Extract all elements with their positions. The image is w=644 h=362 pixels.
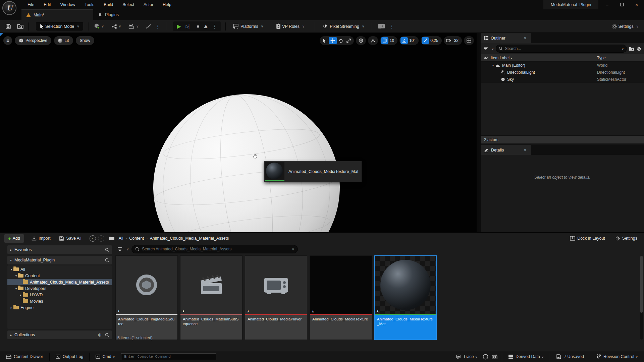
outliner-row-main-editor[interactable]: ▾ Main (Editor) World bbox=[481, 62, 644, 69]
search-icon[interactable] bbox=[105, 248, 109, 252]
rotation-snap-toggle[interactable] bbox=[400, 37, 408, 44]
visibility-eye-icon[interactable] bbox=[481, 56, 491, 59]
add-actor-dropdown[interactable]: ∨ bbox=[92, 21, 106, 31]
derived-data-dropdown[interactable]: Derived Data ∨ bbox=[505, 351, 547, 362]
tab-details[interactable]: Details × bbox=[481, 145, 531, 155]
outliner-row-sky[interactable]: Sky StaticMeshActor bbox=[481, 76, 644, 83]
minimize-button[interactable]: – bbox=[600, 0, 614, 9]
tab-main-level[interactable]: Main* bbox=[21, 9, 93, 20]
search-icon[interactable] bbox=[105, 333, 109, 337]
back-button[interactable]: ‹ bbox=[90, 235, 96, 242]
close-icon[interactable]: × bbox=[523, 148, 528, 153]
tree-arrow-icon[interactable]: ▸ bbox=[19, 293, 23, 297]
settings-dropdown[interactable]: Settings ∨ bbox=[610, 22, 641, 31]
plugin-section[interactable]: ▾ MediaMaterial_Plugin bbox=[7, 256, 112, 264]
world-space-toggle[interactable] bbox=[357, 37, 365, 44]
menu-tools[interactable]: Tools bbox=[80, 1, 99, 8]
toolbar-overflow-kebab-icon[interactable]: ⋮ bbox=[153, 24, 162, 29]
rotation-snap-value[interactable]: 10° bbox=[408, 38, 418, 43]
perspective-dropdown[interactable]: Perspective bbox=[15, 36, 51, 45]
tree-item-all[interactable]: ▾ All bbox=[7, 266, 112, 273]
pixel-streaming-dropdown[interactable]: Pixel Streaming ∨ bbox=[320, 22, 366, 31]
asset-tile-materialsubsequence[interactable]: Animated_Clouds_MaterialSubSequence * bbox=[180, 255, 243, 340]
scrollbar-thumb[interactable] bbox=[640, 256, 643, 313]
vp-roles-dropdown[interactable]: VP Roles ∨ bbox=[274, 22, 307, 31]
asset-search-box[interactable]: ∨ bbox=[131, 245, 298, 253]
menu-window[interactable]: Window bbox=[56, 1, 80, 8]
expand-arrow-icon[interactable]: ▾ bbox=[491, 64, 495, 67]
play-button[interactable]: ▶ bbox=[174, 22, 183, 30]
trace-dropdown[interactable]: Trace ∨ bbox=[453, 351, 481, 362]
camera-speed-value[interactable]: 32 bbox=[453, 38, 461, 43]
output-log-button[interactable]: Output Log bbox=[52, 351, 87, 362]
unreal-logo-icon[interactable]: U bbox=[2, 1, 16, 15]
scale-snap-toggle[interactable] bbox=[422, 37, 429, 44]
new-folder-icon[interactable] bbox=[629, 47, 634, 51]
cinematics-dropdown[interactable]: ∨ bbox=[126, 22, 141, 31]
tree-item-engine[interactable]: ▸ Engine bbox=[7, 304, 112, 311]
asset-search-input[interactable] bbox=[142, 247, 290, 251]
add-button[interactable]: + Add bbox=[4, 234, 24, 243]
asset-tile-mediatexture-mat[interactable]: Animated_Clouds_MediaTexture_Mat * bbox=[374, 255, 437, 340]
move-tool[interactable] bbox=[329, 37, 337, 44]
folder-icon[interactable] bbox=[109, 236, 115, 241]
column-type[interactable]: Type bbox=[597, 56, 644, 60]
tab-outliner[interactable]: Outliner × bbox=[481, 33, 531, 43]
remote-session-button[interactable] bbox=[375, 22, 387, 31]
menu-help[interactable]: Help bbox=[158, 1, 176, 8]
favorites-section[interactable]: ▸ Favorites bbox=[7, 245, 112, 254]
screenshot-button[interactable] bbox=[490, 351, 499, 362]
add-collection-icon[interactable]: ⊕ bbox=[98, 332, 102, 338]
console-command-input[interactable] bbox=[121, 353, 216, 360]
tree-arrow-icon[interactable]: ▾ bbox=[14, 287, 18, 290]
stop-button[interactable]: ■ bbox=[194, 23, 202, 29]
breadcrumb-current-folder[interactable]: Animated_Clouds_Media_Material_Assets bbox=[149, 236, 230, 241]
surface-snapping-dropdown[interactable] bbox=[369, 37, 377, 44]
filter-icon[interactable] bbox=[117, 247, 122, 251]
scale-snap-value[interactable]: 0,25 bbox=[429, 38, 440, 43]
menu-file[interactable]: File bbox=[23, 1, 39, 8]
frame-skip-button[interactable]: ▷▏ bbox=[183, 23, 194, 29]
grid-snap-value[interactable]: 10 bbox=[388, 38, 396, 43]
save-all-button[interactable]: Save All bbox=[56, 235, 84, 242]
content-drawer-button[interactable]: Content Drawer bbox=[3, 351, 47, 362]
viewport-options-menu[interactable]: ≡ bbox=[3, 36, 12, 45]
revision-control-dropdown[interactable]: Revision Control ∨ bbox=[593, 351, 641, 362]
content-browser-settings-button[interactable]: Settings bbox=[612, 235, 640, 242]
lit-mode-dropdown[interactable]: Lit bbox=[54, 36, 73, 45]
platforms-dropdown[interactable]: Platforms ∨ bbox=[230, 22, 265, 31]
menu-build[interactable]: Build bbox=[99, 1, 118, 8]
chevron-down-icon[interactable]: ∨ bbox=[491, 47, 494, 51]
tree-item-animated-clouds-assets[interactable]: Animated_Clouds_Media_Material_Assets bbox=[7, 279, 112, 285]
unsaved-assets-button[interactable]: 7 Unsaved bbox=[553, 351, 587, 362]
collections-section[interactable]: ▸ Collections ⊕ bbox=[7, 330, 112, 339]
blueprints-dropdown[interactable]: ∨ bbox=[109, 22, 123, 31]
editor-modes-brush-icon[interactable] bbox=[143, 22, 153, 31]
rotate-tool[interactable] bbox=[337, 37, 345, 44]
insights-session-button[interactable] bbox=[481, 351, 490, 362]
select-tool[interactable] bbox=[321, 37, 329, 44]
tree-item-content[interactable]: ▾ Content bbox=[7, 273, 112, 279]
maximize-button[interactable] bbox=[614, 0, 629, 9]
import-button[interactable]: Import bbox=[29, 235, 53, 242]
quad-view-toggle[interactable] bbox=[465, 37, 473, 44]
chevron-down-icon[interactable]: ∨ bbox=[292, 247, 294, 251]
chevron-down-icon[interactable]: ∨ bbox=[622, 47, 624, 51]
outliner-settings-gear-icon[interactable] bbox=[636, 46, 641, 51]
filter-icon[interactable] bbox=[483, 47, 488, 51]
show-dropdown[interactable]: Show bbox=[76, 36, 94, 45]
outliner-search-input[interactable] bbox=[505, 46, 620, 51]
browse-content-button[interactable] bbox=[15, 22, 25, 31]
grid-snap-toggle[interactable] bbox=[381, 37, 388, 44]
tree-arrow-icon[interactable]: ▾ bbox=[14, 274, 18, 278]
outliner-row-directionallight[interactable]: DirectionalLight DirectionalLight bbox=[481, 69, 644, 76]
tree-arrow-icon[interactable]: ▾ bbox=[9, 268, 13, 271]
breadcrumb-content[interactable]: Content bbox=[128, 236, 145, 241]
save-button[interactable] bbox=[3, 22, 13, 31]
dock-in-layout-button[interactable]: Dock in Layout bbox=[567, 235, 608, 242]
close-button[interactable]: × bbox=[629, 0, 644, 9]
scale-tool[interactable] bbox=[345, 37, 353, 44]
close-icon[interactable]: × bbox=[523, 36, 528, 41]
chevron-down-icon[interactable]: ∨ bbox=[126, 247, 129, 251]
toolbar-right-kebab-icon[interactable]: ⋮ bbox=[387, 24, 396, 29]
